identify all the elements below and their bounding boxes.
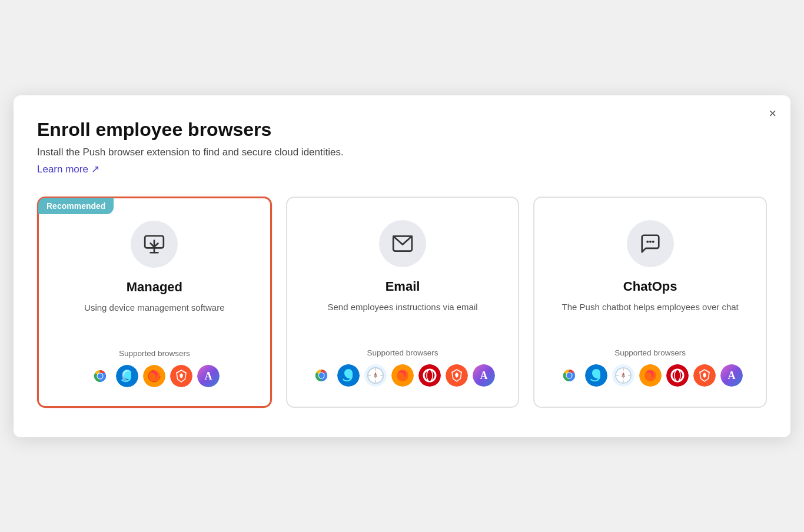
edge-icon [585, 364, 607, 387]
brave-icon [446, 364, 468, 387]
chatops-title: ChatOps [623, 279, 677, 294]
svg-point-7 [98, 373, 103, 378]
svg-text:A: A [205, 370, 212, 382]
card-email[interactable]: Email Send employees instructions via em… [286, 197, 520, 408]
chat-icon [639, 232, 662, 255]
opera-icon [666, 364, 689, 387]
arc-icon: A [720, 364, 743, 387]
chrome-icon [558, 364, 580, 387]
firefox-icon [391, 364, 414, 387]
email-desc: Send employees instructions via email [327, 300, 477, 335]
managed-icon-circle [131, 221, 178, 268]
chatops-supported-label: Supported browsers [614, 348, 686, 357]
firefox-icon [143, 365, 165, 387]
edge-icon [337, 364, 360, 387]
card-managed[interactable]: Recommended Managed Using device managem… [37, 197, 272, 408]
brave-icon [693, 364, 716, 387]
email-icon [391, 232, 414, 255]
modal-subtitle: Install the Push browser extension to fi… [37, 147, 767, 158]
download-monitor-icon [143, 233, 165, 255]
safari-icon [364, 364, 387, 387]
enroll-browsers-modal: × Enroll employee browsers Install the P… [14, 95, 790, 437]
svg-point-18 [319, 373, 324, 378]
card-chatops[interactable]: ChatOps The Push chatbot helps employees… [533, 197, 767, 408]
brave-icon [170, 365, 192, 387]
email-supported-label: Supported browsers [367, 348, 438, 357]
arc-icon: A [197, 365, 220, 387]
opera-icon [418, 364, 441, 387]
recommended-badge: Recommended [38, 198, 114, 214]
modal-title: Enroll employee browsers [37, 119, 767, 141]
chrome-icon [310, 364, 333, 387]
email-icon-circle [379, 220, 426, 267]
edge-icon [116, 365, 138, 387]
managed-supported-label: Supported browsers [119, 349, 190, 358]
chatops-icon-circle [627, 220, 674, 267]
svg-text:A: A [480, 370, 488, 381]
firefox-icon [639, 364, 662, 387]
safari-icon [612, 364, 634, 387]
svg-point-44 [566, 373, 572, 378]
chatops-browser-icons: A [558, 364, 743, 387]
chatops-desc: The Push chatbot helps employees over ch… [562, 300, 739, 335]
chrome-icon [89, 365, 111, 387]
email-browser-icons: A [310, 364, 495, 387]
managed-browser-icons: A [89, 365, 220, 387]
svg-point-58 [675, 370, 680, 381]
svg-point-34 [427, 370, 433, 381]
learn-more-link[interactable]: Learn more ↗ [37, 163, 99, 175]
managed-desc: Using device management software [84, 301, 224, 336]
cards-row: Recommended Managed Using device managem… [37, 197, 767, 408]
svg-text:A: A [727, 370, 735, 381]
email-title: Email [386, 279, 420, 294]
close-button[interactable]: × [769, 107, 776, 120]
managed-title: Managed [127, 280, 182, 295]
arc-icon: A [473, 364, 495, 387]
